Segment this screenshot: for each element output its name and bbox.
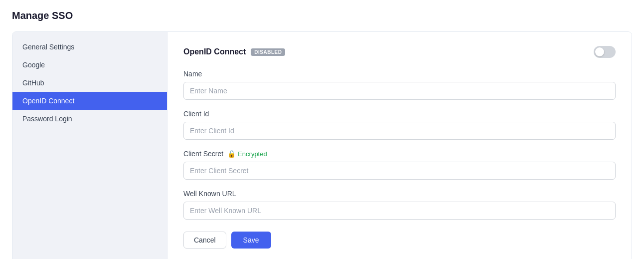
- page-title: Manage SSO: [12, 10, 632, 21]
- main-layout: General Settings Google GitHub OpenID Co…: [12, 31, 632, 259]
- sidebar-item-general-settings[interactable]: General Settings: [12, 38, 167, 56]
- action-buttons: Cancel Save: [183, 232, 616, 249]
- name-field-group: Name: [183, 70, 616, 100]
- sidebar-item-google[interactable]: Google: [12, 56, 167, 74]
- well-known-url-input[interactable]: [183, 202, 616, 220]
- section-title-row: OpenID Connect DISABLED: [183, 47, 285, 56]
- client-id-field-group: Client Id: [183, 110, 616, 140]
- client-id-label: Client Id: [183, 110, 616, 118]
- well-known-url-label: Well Known URL: [183, 190, 616, 198]
- sidebar-item-label: Google: [22, 61, 45, 69]
- client-secret-label: Client Secret 🔒 Encrypted: [183, 150, 616, 158]
- sidebar-item-label: GitHub: [22, 79, 44, 87]
- cancel-button[interactable]: Cancel: [183, 232, 226, 249]
- sidebar-item-password-login[interactable]: Password Login: [12, 110, 167, 128]
- client-secret-field-group: Client Secret 🔒 Encrypted: [183, 150, 616, 180]
- name-label: Name: [183, 70, 616, 78]
- status-badge: DISABLED: [251, 48, 285, 56]
- main-panel: OpenID Connect DISABLED Name: [167, 32, 632, 259]
- toggle-thumb: [595, 47, 604, 56]
- sidebar-item-label: General Settings: [22, 43, 74, 51]
- sidebar-item-label: OpenID Connect: [22, 97, 74, 105]
- section-title: OpenID Connect: [183, 47, 246, 56]
- sidebar-item-github[interactable]: GitHub: [12, 74, 167, 92]
- sidebar-item-openid-connect[interactable]: OpenID Connect: [12, 92, 167, 110]
- client-secret-input[interactable]: [183, 162, 616, 180]
- enable-toggle[interactable]: [594, 46, 616, 58]
- lock-icon: 🔒: [227, 150, 236, 158]
- sidebar: General Settings Google GitHub OpenID Co…: [12, 32, 167, 259]
- sidebar-item-label: Password Login: [22, 115, 72, 123]
- toggle-track: [594, 46, 616, 58]
- well-known-url-field-group: Well Known URL: [183, 190, 616, 220]
- name-input[interactable]: [183, 82, 616, 100]
- section-header: OpenID Connect DISABLED: [183, 46, 616, 58]
- encrypted-badge: 🔒 Encrypted: [227, 150, 267, 158]
- save-button[interactable]: Save: [231, 232, 271, 249]
- client-id-input[interactable]: [183, 122, 616, 140]
